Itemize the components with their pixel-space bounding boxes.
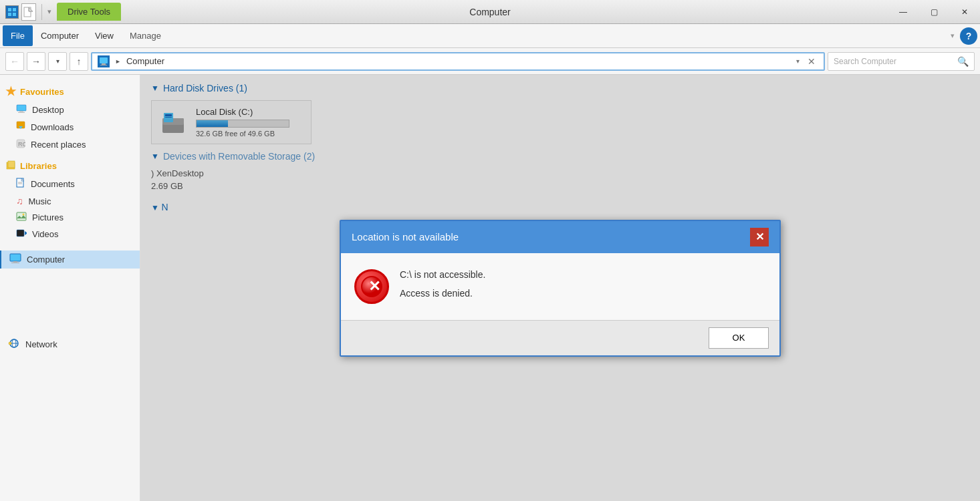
address-input[interactable]: ► Computer ▾ ✕ xyxy=(91,52,825,71)
dialog-title: Location is not available xyxy=(352,231,459,242)
svg-rect-30 xyxy=(13,261,17,263)
downloads-icon xyxy=(16,121,25,134)
favourites-label: Favourites xyxy=(20,87,64,97)
network-icon xyxy=(8,338,20,351)
menu-file[interactable]: File xyxy=(3,25,33,46)
title-bar-icons: ▾ xyxy=(5,3,51,21)
new-folder-icon[interactable] xyxy=(21,3,36,21)
minimize-button[interactable]: — xyxy=(888,0,918,24)
dialog-message2: Access is denied. xyxy=(400,288,766,299)
sidebar-item-downloads[interactable]: Downloads xyxy=(8,118,140,136)
sidebar-videos-label: Videos xyxy=(32,229,59,239)
forward-button[interactable]: → xyxy=(27,52,45,71)
videos-icon xyxy=(16,228,27,240)
sidebar-item-documents[interactable]: Documents xyxy=(8,175,140,193)
address-drop-arrow: ► xyxy=(115,58,121,65)
window-title: Computer xyxy=(469,7,510,17)
main-area: ★ Favourites Desktop Downloads xyxy=(0,75,980,501)
svg-rect-2 xyxy=(8,13,11,16)
address-dropdown[interactable]: ▾ xyxy=(796,57,800,65)
menu-bar-right: ▾ ? xyxy=(951,27,977,45)
libraries-header[interactable]: Libraries xyxy=(0,156,140,175)
svg-rect-3 xyxy=(13,13,16,16)
sidebar-bottom: Computer Network xyxy=(0,245,140,359)
music-icon: ♫ xyxy=(16,196,23,206)
address-clear[interactable]: ✕ xyxy=(805,56,818,67)
favourites-section: ★ Favourites Desktop Downloads xyxy=(0,80,140,153)
svg-rect-13 xyxy=(18,112,25,113)
dialog-overlay: Location is not available ✕ xyxy=(140,75,980,501)
sidebar-item-recent[interactable]: RC Recent places xyxy=(8,136,140,153)
tb-separator xyxy=(41,4,42,20)
svg-rect-10 xyxy=(100,65,107,65)
library-icon xyxy=(5,160,16,172)
svg-text:✕: ✕ xyxy=(368,278,380,295)
title-bar: ▾ Drive Tools Computer — ▢ ✕ xyxy=(0,0,980,24)
sidebar-desktop-label: Desktop xyxy=(32,105,64,115)
up-button[interactable]: ↑ xyxy=(70,52,88,71)
ribbon-collapse-arrow[interactable]: ▾ xyxy=(951,31,955,40)
sidebar-item-computer[interactable]: Computer xyxy=(0,251,140,269)
dialog-messages: C:\ is not accessible. Access is denied. xyxy=(400,269,766,299)
svg-rect-31 xyxy=(11,263,19,263)
tb-dropdown-arrow[interactable]: ▾ xyxy=(47,7,51,16)
dialog-message1: C:\ is not accessible. xyxy=(400,269,766,280)
content-area: ▼ Hard Disk Drives (1) Local Disk (C:) xyxy=(140,75,980,501)
recent-button[interactable]: ▾ xyxy=(48,52,67,71)
sidebar-recent-label: Recent places xyxy=(31,140,86,150)
sidebar-pictures-label: Pictures xyxy=(32,212,64,222)
monitor-icon xyxy=(16,104,27,116)
menu-view[interactable]: View xyxy=(87,25,122,46)
sidebar-item-videos[interactable]: Videos xyxy=(8,226,140,242)
star-icon: ★ xyxy=(5,84,16,99)
sidebar-network-label: Network xyxy=(25,339,57,349)
svg-rect-9 xyxy=(102,63,106,65)
search-box[interactable]: Search Computer 🔍 xyxy=(828,52,975,71)
close-button[interactable]: ✕ xyxy=(949,0,980,24)
menu-computer[interactable]: Computer xyxy=(33,25,87,46)
documents-icon xyxy=(16,178,25,190)
svg-rect-12 xyxy=(19,111,23,112)
maximize-button[interactable]: ▢ xyxy=(918,0,949,24)
svg-rect-8 xyxy=(100,57,108,63)
dialog-close-button[interactable]: ✕ xyxy=(750,228,769,246)
favourites-header[interactable]: ★ Favourites xyxy=(0,80,140,102)
drive-tools-tab[interactable]: Drive Tools xyxy=(57,3,121,21)
search-placeholder: Search Computer xyxy=(834,57,955,66)
libraries-label: Libraries xyxy=(20,161,57,171)
sidebar-music-label: Music xyxy=(29,196,51,206)
svg-marker-28 xyxy=(25,231,27,235)
svg-rect-29 xyxy=(10,254,21,261)
dialog-error-icon: ✕ xyxy=(354,269,389,304)
sidebar-downloads-label: Downloads xyxy=(31,122,74,132)
sidebar-item-pictures[interactable]: Pictures xyxy=(8,209,140,226)
svg-point-35 xyxy=(9,342,11,345)
sidebar-item-network[interactable]: Network xyxy=(0,335,140,353)
recent-icon: RC xyxy=(16,139,25,150)
svg-rect-27 xyxy=(17,230,24,236)
search-icon[interactable]: 🔍 xyxy=(957,56,969,67)
sidebar-item-music[interactable]: ♫ Music xyxy=(8,193,140,209)
dialog-footer: OK xyxy=(341,320,779,355)
svg-rect-11 xyxy=(17,105,26,111)
sidebar: ★ Favourites Desktop Downloads xyxy=(0,75,140,501)
svg-point-26 xyxy=(23,214,25,216)
svg-rect-0 xyxy=(8,8,11,11)
address-text: Computer xyxy=(126,56,791,66)
location-not-available-dialog: Location is not available ✕ xyxy=(340,220,781,357)
sidebar-documents-label: Documents xyxy=(31,179,75,189)
libraries-section: Libraries Documents ♫ Music Pic xyxy=(0,156,140,242)
back-button[interactable]: ← xyxy=(5,52,24,71)
menu-bar: File Computer View Manage ▾ ? xyxy=(0,24,980,48)
ok-button[interactable]: OK xyxy=(709,327,769,349)
computer-address-icon xyxy=(98,55,110,67)
drive-tools-label: Drive Tools xyxy=(68,7,110,17)
address-bar: ← → ▾ ↑ ► Computer ▾ ✕ Search Computer 🔍 xyxy=(0,48,980,75)
title-bar-controls: — ▢ ✕ xyxy=(888,0,980,24)
sidebar-item-desktop[interactable]: Desktop xyxy=(8,102,140,118)
dialog-body: ✕ C:\ is not accessible. Access is denie… xyxy=(341,253,779,320)
pictures-icon xyxy=(16,212,27,223)
menu-manage[interactable]: Manage xyxy=(122,25,169,46)
help-button[interactable]: ? xyxy=(960,27,977,45)
computer-sidebar-icon xyxy=(9,253,21,266)
